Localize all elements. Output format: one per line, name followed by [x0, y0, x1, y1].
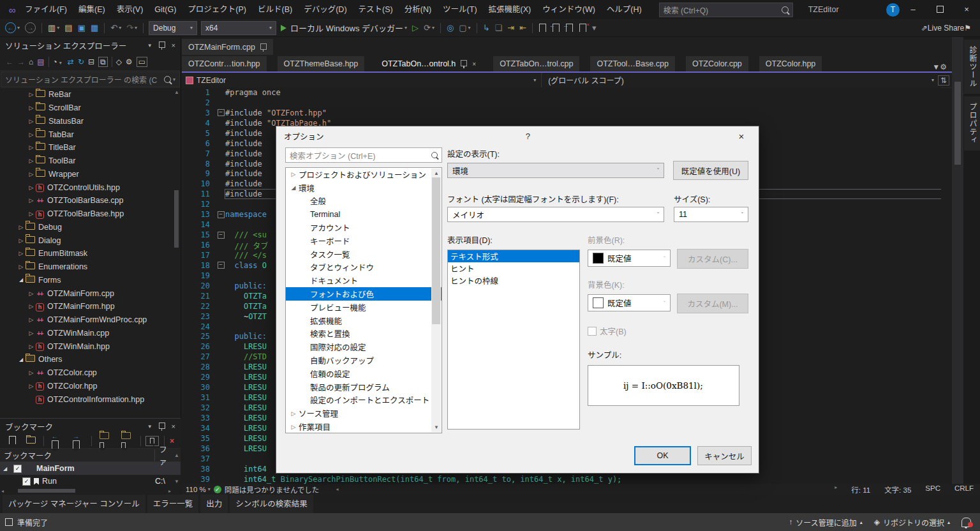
nav-type-dropdown[interactable]: TZEditor: [197, 76, 226, 85]
side-tab-1[interactable]: プロパティ: [964, 96, 980, 151]
notifications-bell-icon[interactable]: [961, 518, 971, 527]
save-all-icon[interactable]: ▦: [88, 20, 101, 36]
collapsed-arrow-icon[interactable]: ▷: [27, 144, 36, 151]
pending-changes-filter-icon[interactable]: ◔▾: [53, 57, 64, 66]
options-tree-item-14[interactable]: 自動バックアップ: [286, 354, 442, 367]
document-tab-1[interactable]: OTZThemeBase.hpp: [278, 56, 365, 71]
code-line-3[interactable]: 3–#include "OTZFont.hpp": [182, 108, 941, 118]
collapsed-arrow-icon[interactable]: ▷: [27, 91, 36, 98]
tree-item-otzmainformwndproc-cpp[interactable]: ▷++OTZMainFormWndProc.cpp: [0, 313, 172, 327]
bookmarks-horizontal-scrollbar[interactable]: ◂ ▸: [0, 488, 172, 494]
sync-with-active-document-icon[interactable]: ⇄: [68, 57, 74, 66]
disable-all-bookmarks-icon[interactable]: [145, 436, 159, 446]
options-tree-item-9[interactable]: フォントおよび色: [286, 287, 442, 301]
show-settings-combo[interactable]: 環境 ˇ: [447, 163, 664, 178]
tree-item-otzcolor-hpp[interactable]: ▷hOTZColor.hpp: [0, 380, 172, 393]
fold-collapse-icon[interactable]: –: [218, 232, 225, 239]
start-debugging-button[interactable]: ローカル Windows デバッガー▾: [278, 20, 410, 36]
comment-icon[interactable]: ❏: [493, 20, 505, 36]
collapsed-arrow-icon[interactable]: ▷: [27, 330, 36, 336]
tree-item-enumbitmask[interactable]: ▷EnumBitmask: [0, 247, 172, 260]
fold-collapse-icon[interactable]: –: [218, 262, 225, 269]
prev-bookmark-in-folder-icon[interactable]: [97, 432, 114, 450]
zoom-dropdown[interactable]: 110 %: [186, 486, 206, 493]
menu-item[interactable]: ビルド(B): [252, 0, 298, 19]
document-tab-2[interactable]: OTZTabOn…ontrol.h×: [375, 56, 482, 71]
collapsed-arrow-icon[interactable]: ▷: [27, 105, 36, 111]
collapsed-arrow-icon[interactable]: ▷: [27, 197, 36, 204]
menu-item[interactable]: ヘルプ(H): [601, 0, 648, 19]
tree-item-wrapper[interactable]: ▷Wrapper: [0, 168, 172, 181]
tree-item-forms[interactable]: ◢Forms: [0, 274, 172, 287]
home-icon[interactable]: ⌂: [29, 57, 33, 66]
tree-item-toolbar[interactable]: ▷ToolBar: [0, 154, 172, 168]
options-tree-item-7[interactable]: タブとウィンドウ: [286, 261, 442, 274]
bookmark-item-row[interactable]: ✓ Run C:\ ▼: [0, 475, 181, 488]
prev-bookmark-icon[interactable]: ←: [549, 24, 563, 32]
save-icon[interactable]: ▣: [75, 20, 88, 36]
next-bookmark-in-folder-icon[interactable]: [119, 432, 135, 450]
split-window-icon[interactable]: ⇅: [938, 75, 949, 86]
display-item-2[interactable]: ヒントの枠線: [448, 274, 579, 287]
size-combo[interactable]: 11 ˇ: [674, 207, 748, 222]
options-tree-item-10[interactable]: プレビュー機能: [286, 301, 442, 314]
quick-search-box[interactable]: 検索 (Ctrl+Q): [659, 3, 793, 17]
bottom-panel-tab-0[interactable]: パッケージ マネージャー コンソール: [3, 495, 145, 514]
options-tree-item-3[interactable]: Terminal: [286, 207, 442, 221]
solution-config-combo[interactable]: Debug▾: [149, 21, 197, 35]
fold-collapse-icon[interactable]: –: [218, 109, 225, 116]
dialog-close-button[interactable]: ×: [732, 131, 751, 142]
find-in-files-icon[interactable]: ◎: [444, 20, 456, 36]
toggle-bookmark-icon[interactable]: [536, 24, 549, 32]
collapsed-arrow-icon[interactable]: ▷: [27, 171, 36, 177]
tree-item-dialog[interactable]: ▷Dialog: [0, 234, 172, 247]
tab-settings-icon[interactable]: ⚙: [940, 63, 947, 71]
solution-platform-combo[interactable]: x64▾: [201, 21, 276, 35]
pin-icon[interactable]: [159, 41, 165, 49]
panel-menu-icon[interactable]: ▼: [147, 424, 152, 430]
checkbox-checked[interactable]: ✓: [22, 477, 31, 486]
redo-icon[interactable]: ↷▾: [124, 20, 140, 36]
collapse-all-icon[interactable]: ⊟: [88, 57, 94, 66]
bottom-panel-tab-1[interactable]: エラー一覧: [147, 495, 199, 514]
clear-bookmarks-icon[interactable]: ×: [576, 24, 590, 32]
close-button[interactable]: ×: [953, 0, 980, 19]
display-item-1[interactable]: ヒント: [448, 262, 579, 274]
collapsed-arrow-icon[interactable]: ▷: [27, 184, 36, 191]
new-project-icon[interactable]: ▥▾: [45, 20, 62, 36]
collapsed-arrow-icon[interactable]: ▷: [27, 370, 36, 376]
tree-item-otzmainform-cpp[interactable]: ▷++OTZMainForm.cpp: [0, 287, 172, 300]
status-line[interactable]: 行: 11: [851, 484, 870, 495]
collapsed-arrow-icon[interactable]: ▷: [27, 303, 36, 310]
options-tree-item-0[interactable]: ▷プロジェクトおよびソリューション: [286, 168, 442, 181]
next-bookmark-icon[interactable]: →: [70, 431, 86, 451]
pin-icon[interactable]: [159, 423, 165, 430]
panel-menu-icon[interactable]: ▼: [147, 43, 152, 49]
collapsed-arrow-icon[interactable]: ▷: [17, 237, 26, 244]
scroll-right-icon[interactable]: ▸: [168, 488, 171, 494]
restore-panel-icon[interactable]: [5, 518, 13, 526]
indent-icon[interactable]: ⇥: [505, 20, 517, 36]
menu-item[interactable]: ファイル(F): [19, 0, 73, 19]
start-without-debugging-icon[interactable]: ▷: [410, 20, 421, 36]
bookmark-folder-row[interactable]: ◢ ✓ MainForm: [0, 462, 181, 475]
pin-icon[interactable]: [260, 43, 267, 51]
pin-icon[interactable]: [461, 60, 467, 68]
menu-item[interactable]: 編集(E): [73, 0, 111, 19]
tab-list-icon[interactable]: ▼: [932, 63, 940, 71]
options-tree-item-2[interactable]: 全般: [286, 195, 442, 208]
use-defaults-button[interactable]: 既定値を使用(U): [673, 161, 748, 180]
menu-item[interactable]: デバッグ(D): [298, 0, 352, 19]
cursor-icon[interactable]: ↳: [480, 20, 493, 36]
scroll-up-icon[interactable]: ▲: [434, 170, 439, 176]
chevron-down-icon[interactable]: ▾: [932, 77, 934, 83]
undo-icon[interactable]: ↶▾: [108, 20, 124, 36]
live-share-button[interactable]: ⇗ Live Share ⚑: [921, 24, 980, 33]
tree-item-otzcontrolutils-hpp[interactable]: ▷hOTZControlUtils.hpp: [0, 181, 172, 194]
nav-back-icon[interactable]: ←▾: [3, 20, 22, 36]
select-repository-button[interactable]: ◈ リポジトリの選択 ▴: [874, 517, 950, 528]
refresh-icon[interactable]: ↻: [78, 57, 84, 66]
view-code-icon[interactable]: ◇: [116, 57, 122, 66]
options-tree-item-11[interactable]: 拡張機能: [286, 314, 442, 327]
collapsed-arrow-icon[interactable]: ▷: [27, 317, 36, 323]
